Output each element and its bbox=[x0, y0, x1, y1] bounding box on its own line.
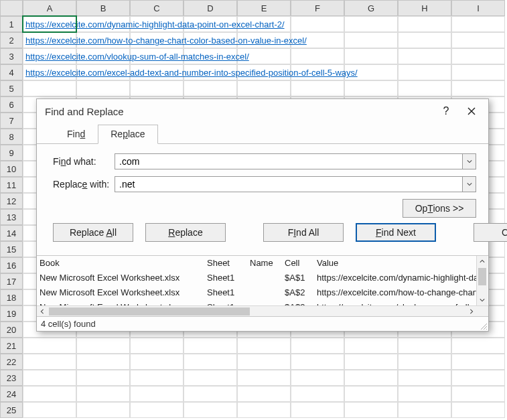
col-header-I[interactable]: I bbox=[451, 0, 505, 16]
cell[interactable] bbox=[344, 48, 398, 64]
cell[interactable] bbox=[344, 370, 398, 386]
row-header-1[interactable]: 1 bbox=[0, 16, 23, 32]
select-all-corner[interactable] bbox=[0, 0, 23, 16]
col-header-C[interactable]: C bbox=[130, 0, 184, 16]
cell[interactable]: https://excelcite.com/how-to-change-char… bbox=[23, 32, 76, 48]
col-book[interactable]: Book bbox=[40, 256, 207, 271]
cell[interactable] bbox=[451, 32, 505, 48]
row-header-20[interactable]: 20 bbox=[0, 322, 23, 338]
row-header-11[interactable]: 11 bbox=[0, 177, 23, 193]
tab-find[interactable]: Find bbox=[54, 125, 98, 144]
cell[interactable] bbox=[344, 80, 398, 96]
find-what-dropdown[interactable] bbox=[462, 154, 476, 169]
cell[interactable] bbox=[291, 48, 344, 64]
row-header-12[interactable]: 12 bbox=[0, 193, 23, 209]
cell[interactable] bbox=[76, 80, 130, 96]
resize-grip-icon[interactable] bbox=[479, 322, 487, 330]
row-header-18[interactable]: 18 bbox=[0, 289, 23, 305]
replace-button[interactable]: Replace bbox=[145, 223, 226, 242]
row-header-13[interactable]: 13 bbox=[0, 209, 23, 225]
cell[interactable] bbox=[130, 370, 184, 386]
col-header-A[interactable]: A bbox=[23, 0, 76, 16]
dialog-titlebar[interactable]: Find and Replace ? bbox=[37, 99, 488, 122]
cell[interactable] bbox=[344, 386, 398, 402]
replace-all-button[interactable]: Replace All bbox=[53, 223, 133, 242]
result-row[interactable]: New Microsoft Excel Worksheet.xlsx Sheet… bbox=[37, 285, 488, 300]
col-header-G[interactable]: G bbox=[344, 0, 398, 16]
cell[interactable] bbox=[184, 386, 237, 402]
cell[interactable] bbox=[184, 338, 237, 354]
row-header-17[interactable]: 17 bbox=[0, 273, 23, 289]
cell[interactable] bbox=[291, 354, 344, 370]
cell[interactable] bbox=[451, 370, 505, 386]
hyperlink[interactable]: https://excelcite.com/how-to-change-char… bbox=[25, 36, 307, 46]
scroll-up-icon[interactable] bbox=[477, 256, 488, 267]
cell[interactable] bbox=[398, 48, 451, 64]
row-header-15[interactable]: 15 bbox=[0, 241, 23, 257]
cell[interactable] bbox=[76, 338, 130, 354]
col-header-B[interactable]: B bbox=[76, 0, 130, 16]
cell[interactable] bbox=[76, 370, 130, 386]
hyperlink[interactable]: https://excelcite.com/excel-add-text-and… bbox=[25, 68, 358, 78]
cell[interactable] bbox=[291, 386, 344, 402]
cell[interactable] bbox=[184, 80, 237, 96]
cell[interactable] bbox=[76, 402, 130, 418]
cell[interactable] bbox=[130, 80, 184, 96]
results-hscroll[interactable] bbox=[37, 305, 488, 316]
row-header-6[interactable]: 6 bbox=[0, 96, 23, 113]
close-button[interactable]: Close bbox=[474, 223, 507, 242]
row-header-16[interactable]: 16 bbox=[0, 257, 23, 273]
cell[interactable] bbox=[291, 338, 344, 354]
cell[interactable] bbox=[344, 32, 398, 48]
replace-with-input[interactable] bbox=[115, 177, 462, 192]
help-button[interactable]: ? bbox=[436, 103, 456, 119]
col-header-F[interactable]: F bbox=[291, 0, 344, 16]
cell[interactable] bbox=[451, 48, 505, 64]
col-header-E[interactable]: E bbox=[237, 0, 291, 16]
cell[interactable] bbox=[130, 402, 184, 418]
tab-replace[interactable]: Replace bbox=[98, 125, 157, 144]
row-header-22[interactable]: 22 bbox=[0, 354, 23, 370]
cell[interactable]: https://excelcite.com/dynamic-highlight-… bbox=[23, 16, 76, 32]
scroll-down-icon[interactable] bbox=[477, 295, 488, 305]
hyperlink[interactable]: https://excelcite.com/dynamic-highlight-… bbox=[25, 19, 285, 29]
row-header-10[interactable]: 10 bbox=[0, 161, 23, 177]
cell[interactable] bbox=[451, 386, 505, 402]
options-button[interactable]: OpTions >> bbox=[403, 199, 476, 218]
cell[interactable]: https://excelcite.com/vlookup-sum-of-all… bbox=[23, 48, 76, 64]
cell[interactable] bbox=[398, 354, 451, 370]
cell[interactable]: https://excelcite.com/excel-add-text-and… bbox=[23, 64, 76, 80]
cell[interactable] bbox=[23, 80, 76, 96]
scroll-thumb[interactable] bbox=[478, 268, 486, 285]
cell[interactable] bbox=[344, 402, 398, 418]
row-header-19[interactable]: 19 bbox=[0, 305, 23, 322]
col-cell[interactable]: Cell bbox=[285, 256, 317, 271]
cell[interactable] bbox=[237, 402, 291, 418]
cell[interactable] bbox=[76, 354, 130, 370]
cell[interactable] bbox=[398, 64, 451, 80]
replace-with-dropdown[interactable] bbox=[462, 177, 476, 192]
col-header-H[interactable]: H bbox=[398, 0, 451, 16]
cell[interactable] bbox=[451, 64, 505, 80]
cell[interactable] bbox=[398, 16, 451, 32]
cell[interactable] bbox=[291, 370, 344, 386]
row-header-23[interactable]: 23 bbox=[0, 370, 23, 386]
cell[interactable] bbox=[398, 32, 451, 48]
cell[interactable] bbox=[184, 354, 237, 370]
cell[interactable] bbox=[184, 370, 237, 386]
cell[interactable] bbox=[237, 386, 291, 402]
row-header-3[interactable]: 3 bbox=[0, 48, 23, 64]
row-header-4[interactable]: 4 bbox=[0, 64, 23, 80]
cell[interactable] bbox=[398, 80, 451, 96]
cell[interactable] bbox=[291, 80, 344, 96]
col-sheet[interactable]: Sheet bbox=[207, 256, 250, 271]
result-row[interactable]: New Microsoft Excel Worksheet.xlsx Sheet… bbox=[37, 271, 488, 285]
cell[interactable] bbox=[398, 402, 451, 418]
cell[interactable] bbox=[23, 402, 76, 418]
cell[interactable] bbox=[237, 354, 291, 370]
cell[interactable] bbox=[344, 16, 398, 32]
cell[interactable] bbox=[23, 386, 76, 402]
cell[interactable] bbox=[130, 386, 184, 402]
cell[interactable] bbox=[451, 16, 505, 32]
cell[interactable] bbox=[291, 402, 344, 418]
